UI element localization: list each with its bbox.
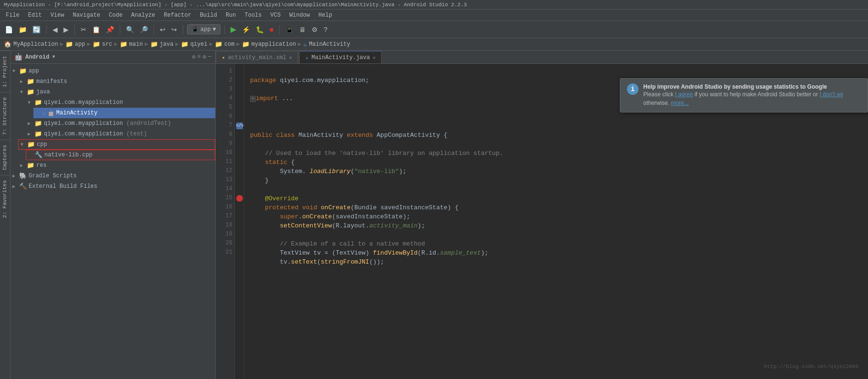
toolbar-sep-1 [46,25,47,34]
line-num-20: 20 [218,239,232,248]
menu-help[interactable]: Help [314,11,336,20]
tab-captures[interactable]: Captures [0,140,10,175]
menu-file[interactable]: File [2,11,23,20]
toolbar-copy-button[interactable]: 📋 [90,25,102,34]
breadcrumb-myapplication[interactable]: 🏠 MyApplication [4,41,58,48]
app-selector-label: app [200,26,211,33]
gutter-10 [235,148,244,157]
line-num-1: 1 [218,67,232,76]
toolbar-device-button[interactable]: 📱 [283,25,295,34]
tree-item-mainactivity[interactable]: ☕ 🤖 MainActivity [33,108,215,118]
tree-item-package-androidtest[interactable]: ▶ 📁 qiyei.com.myapplication (androidTest… [26,118,215,129]
breakpoint-icon-15[interactable] [236,195,243,202]
menu-edit[interactable]: Edit [24,11,46,20]
toolbar-search2-button[interactable]: 🔎 [138,25,150,34]
toolbar-stop-button[interactable]: ■ [268,25,275,34]
tab-activity-main-xml[interactable]: ✦ activity_main.xml ✕ [216,51,298,63]
notification-more-link[interactable]: more... [671,100,689,106]
java-tab-close[interactable]: ✕ [373,55,376,61]
tree-label-mainactivity: MainActivity [56,110,213,116]
menu-vcs[interactable]: VCS [267,11,285,20]
title-text: MyApplication - [F:\android_project\MyAp… [4,2,467,8]
breadcrumb-main-label: main [129,41,143,48]
toolbar-back-button[interactable]: ◀ [51,25,60,34]
notification-disagree-link[interactable]: I don't ag [820,91,843,98]
toolbar-search-button[interactable]: 🔍 [124,25,136,34]
breadcrumb-src[interactable]: 📁 src [93,41,113,48]
gutter-11 [235,157,244,166]
tree-icon-native-lib: 🔧 [35,151,42,159]
app-selector[interactable]: 📱 app ▼ [187,24,220,34]
breadcrumb-qiyei-icon: 📁 [181,41,188,48]
breadcrumb-com[interactable]: 📁 com [215,41,235,48]
menu-view[interactable]: View [47,11,68,20]
menu-navigate[interactable]: Navigate [69,11,104,20]
toolbar-forward-button[interactable]: ▶ [62,25,71,34]
tree-item-native-lib[interactable]: 🔧 native-lib.cpp [26,150,215,160]
toolbar-new-button[interactable]: 📄 [3,25,15,34]
tree-item-package-main[interactable]: ▼ 📁 qiyei.com.myapplication [26,97,215,108]
toolbar-open-button[interactable]: 📁 [17,25,29,34]
breadcrumb-myapplication2[interactable]: 📁 myapplication [242,41,296,48]
project-settings-icon[interactable]: ⚙ [203,53,206,61]
tree-item-cpp[interactable]: ▼ 📁 cpp [18,139,215,150]
tree-item-package-test[interactable]: ▶ 📁 qiyei.com.myapplication (test) [26,129,215,139]
breadcrumb-java[interactable]: 📁 java [150,41,174,48]
tree-label-java: java [36,89,213,95]
breadcrumb-src-label: src [102,41,113,48]
toolbar-undo-button[interactable]: ↩ [158,25,167,34]
tab-structure[interactable]: 7: Structure [0,92,10,140]
menu-code[interactable]: Code [105,11,126,20]
toolbar-cut-button[interactable]: ✂ [79,25,88,34]
toolbar-debug-button[interactable]: 🐛 [254,25,266,34]
tree-label-res: res [36,162,213,169]
toolbar-help-button[interactable]: ? [322,25,329,34]
gutter-7: </> [235,121,244,130]
tree-item-external-build[interactable]: ▶ 🔨 External Build Files [10,181,215,192]
xml-tab-close[interactable]: ✕ [289,55,292,61]
gutter-14 [235,184,244,194]
tree-icon-package-test: 📁 [34,130,42,138]
project-gear-icon[interactable]: ⚙ [192,53,195,61]
breadcrumb-main[interactable]: 📁 main [120,41,143,48]
toolbar-profile-button[interactable]: ⚡ [240,25,252,34]
toolbar-sdk-button[interactable]: ⚙ [310,25,320,34]
notification-agree-link[interactable]: I agree [675,91,693,98]
toolbar-paste-button[interactable]: 📌 [104,25,116,34]
breadcrumb-myapplication2-label: myapplication [251,41,296,48]
tab-mainactivity-java[interactable]: ☕ MainActivity.java ✕ [299,51,382,63]
breadcrumb-app[interactable]: 📁 app [65,41,85,48]
tree-icon-manifests: 📁 [27,78,34,85]
menu-build[interactable]: Build [196,11,221,20]
tree-item-gradle[interactable]: ▶ 🐘 Gradle Scripts [10,171,215,181]
tree-item-manifests[interactable]: ▶ 📁 manifests [18,76,215,87]
toolbar-sync-button[interactable]: 🔄 [31,25,42,34]
breadcrumb-qiyei[interactable]: 📁 qiyei [181,41,208,48]
breadcrumb-mainactivity[interactable]: ☕ MainActivity [303,41,350,48]
tab-favorites[interactable]: 2: Favorites [0,175,10,223]
line-num-9: 9 [218,139,232,148]
menu-analyze[interactable]: Analyze [127,11,159,20]
toolbar-avd-button[interactable]: 🖥 [297,25,308,34]
tree-arrow-gradle: ▶ [12,173,17,179]
toolbar-redo-button[interactable]: ↪ [169,25,179,34]
project-dropdown-arrow[interactable]: ▼ [52,54,55,60]
tree-icon-java: 📁 [27,88,34,96]
project-sort-icon[interactable]: ≡ [197,53,200,61]
tree-item-res[interactable]: ▶ 📁 res [18,160,215,171]
menu-run[interactable]: Run [222,11,240,20]
tree-arrow-mainactivity [35,111,40,116]
tree-label-package-androidtest: qiyei.com.myapplication (androidTest) [44,120,213,127]
project-collapse-icon[interactable]: — [208,53,211,61]
menu-window[interactable]: Window [285,11,314,20]
menu-refactor[interactable]: Refactor [160,11,195,20]
toolbar-run-button[interactable]: ▶ [229,24,238,35]
gutter-1 [235,67,244,76]
tree-item-java[interactable]: ▼ 📁 java [18,87,215,97]
tree-arrow-package-test: ▶ [28,131,32,137]
import-expand-btn[interactable]: + [250,96,256,102]
menu-tools[interactable]: Tools [241,11,266,20]
tree-label-app: app [29,68,213,74]
tab-project[interactable]: 1: Project [0,51,10,92]
tree-item-app[interactable]: ▼ 📁 app [10,66,215,76]
